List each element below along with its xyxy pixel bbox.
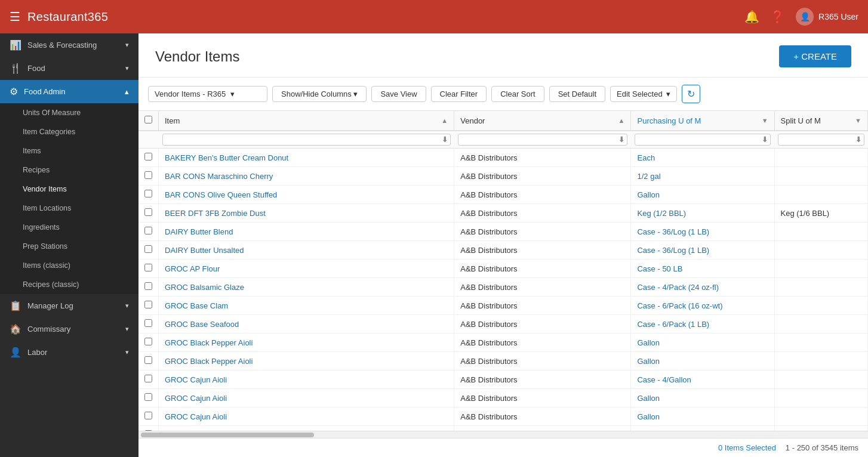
help-icon[interactable]: ❓ xyxy=(770,10,785,24)
puom-link[interactable]: Case - 36/Log (1 LB) xyxy=(637,246,709,255)
select-all-checkbox[interactable] xyxy=(144,116,152,123)
sidebar-item-recipes-classic[interactable]: Recipes (classic) xyxy=(0,275,138,294)
sidebar-item-manager-log[interactable]: 📋 Manager Log ▾ xyxy=(0,294,138,317)
table-row[interactable]: BEER DFT 3FB Zombie Dust A&B Distributor… xyxy=(138,204,868,223)
scroll-thumb[interactable] xyxy=(141,433,314,437)
row-checkbox-cell[interactable] xyxy=(138,167,159,186)
sidebar-item-item-categories[interactable]: Item Categories xyxy=(0,122,138,141)
table-row[interactable]: GROC Black Pepper Aioli A&B Distributors… xyxy=(138,352,868,370)
puom-link[interactable]: Gallon xyxy=(637,394,660,403)
table-row[interactable]: GROC Cajun Aioli A&B Distributors Gallon xyxy=(138,407,868,426)
puom-link[interactable]: Gallon xyxy=(637,431,660,431)
item-link[interactable]: DAIRY Butter Unsalted xyxy=(165,246,244,255)
show-hide-columns-button[interactable]: Show/Hide Columns ▾ xyxy=(272,86,367,102)
item-link[interactable]: GROC Balsamic Glaze xyxy=(165,283,244,292)
table-row[interactable]: GROC Balsamic Glaze A&B Distributors Cas… xyxy=(138,278,868,297)
row-checkbox[interactable] xyxy=(144,282,152,290)
item-filter-input[interactable] xyxy=(165,135,442,144)
table-row[interactable]: GROC AP Flour A&B Distributors Case - 50… xyxy=(138,260,868,278)
puom-link[interactable]: Case - 6/Pack (16 oz-wt) xyxy=(637,301,722,310)
filter-icon[interactable]: ⬇ xyxy=(762,135,768,144)
table-row[interactable]: BAKERY Ben's Butter Cream Donut A&B Dist… xyxy=(138,149,868,167)
row-checkbox-cell[interactable] xyxy=(138,186,159,204)
row-checkbox[interactable] xyxy=(144,393,152,401)
user-menu[interactable]: 👤 R365 User xyxy=(796,8,858,26)
sidebar-item-items-classic[interactable]: Items (classic) xyxy=(0,256,138,275)
sidebar-item-commissary[interactable]: 🏠 Commissary ▾ xyxy=(0,317,138,341)
table-row[interactable]: GROC Base Seafood A&B Distributors Case … xyxy=(138,315,868,334)
row-checkbox-cell[interactable] xyxy=(138,334,159,352)
puom-filter-input[interactable] xyxy=(638,135,762,144)
puom-link[interactable]: Case - 4/Gallon xyxy=(637,375,691,384)
select-all-header[interactable] xyxy=(138,111,159,131)
sidebar-item-prep-stations[interactable]: Prep Stations xyxy=(0,237,138,256)
row-checkbox-cell[interactable] xyxy=(138,260,159,278)
puom-link[interactable]: Case - 4/Pack (24 oz-fl) xyxy=(637,283,719,292)
refresh-button[interactable]: ↻ xyxy=(682,85,700,103)
row-checkbox-cell[interactable] xyxy=(138,223,159,241)
row-checkbox[interactable] xyxy=(144,264,152,271)
puom-link[interactable]: Case - 36/Log (1 LB) xyxy=(637,227,709,236)
menu-toggle[interactable]: ☰ xyxy=(10,10,20,24)
sidebar-item-vendor-items[interactable]: Vendor Items xyxy=(0,180,138,199)
item-column-header[interactable]: Item ▲ xyxy=(159,111,454,131)
item-link[interactable]: GROC Cajun Aioli xyxy=(165,394,227,403)
notifications-icon[interactable]: 🔔 xyxy=(744,10,759,24)
puom-link[interactable]: Keg (1/2 BBL) xyxy=(637,209,686,218)
sidebar-item-ingredients[interactable]: Ingredients xyxy=(0,218,138,237)
row-checkbox-cell[interactable] xyxy=(138,315,159,334)
puom-link[interactable]: Each xyxy=(637,153,655,162)
item-link[interactable]: GROC Black Pepper Aioli xyxy=(165,338,253,347)
row-checkbox[interactable] xyxy=(144,338,152,345)
row-checkbox[interactable] xyxy=(144,171,152,179)
row-checkbox[interactable] xyxy=(144,208,152,216)
row-checkbox[interactable] xyxy=(144,430,152,431)
puom-link[interactable]: Gallon xyxy=(637,412,660,421)
row-checkbox[interactable] xyxy=(144,375,152,382)
filter-icon[interactable]: ⬇ xyxy=(855,135,861,144)
sidebar-item-item-locations[interactable]: Item Locations xyxy=(0,199,138,218)
item-link[interactable]: BAR CONS Maraschino Cherry xyxy=(165,172,273,181)
view-selector[interactable]: Vendor Items - R365 ▾ xyxy=(148,86,267,102)
item-link[interactable]: BAR CONS Olive Queen Stuffed xyxy=(165,190,277,199)
item-link[interactable]: GROC Black Pepper Aioli xyxy=(165,357,253,366)
row-checkbox[interactable] xyxy=(144,245,152,253)
table-row[interactable]: BAR CONS Olive Queen Stuffed A&B Distrib… xyxy=(138,186,868,204)
row-checkbox-cell[interactable] xyxy=(138,352,159,370)
vendor-filter-input[interactable] xyxy=(461,135,618,144)
puom-link[interactable]: Case - 6/Pack (1 LB) xyxy=(637,320,709,329)
set-default-button[interactable]: Set Default xyxy=(549,86,605,102)
item-link[interactable]: BAKERY Ben's Butter Cream Donut xyxy=(165,153,288,162)
vendor-column-header[interactable]: Vendor ▲ xyxy=(454,111,631,131)
row-checkbox[interactable] xyxy=(144,356,152,364)
clear-sort-button[interactable]: Clear Sort xyxy=(491,86,544,102)
table-row[interactable]: DAIRY Butter Blend A&B Distributors Case… xyxy=(138,223,868,241)
table-row[interactable]: GROC Base Clam A&B Distributors Case - 6… xyxy=(138,297,868,315)
item-link[interactable]: GROC Cajun Aioli xyxy=(165,412,227,421)
table-row[interactable]: DAIRY Butter Unsalted A&B Distributors C… xyxy=(138,241,868,260)
sidebar-item-items[interactable]: Items xyxy=(0,141,138,160)
item-link[interactable]: DAIRY Butter Blend xyxy=(165,227,233,236)
row-checkbox[interactable] xyxy=(144,153,152,160)
table-row[interactable]: BAR CONS Maraschino Cherry A&B Distribut… xyxy=(138,167,868,186)
table-row[interactable]: GROC Cajun Aioli A&B Distributors Case -… xyxy=(138,370,868,389)
item-link[interactable]: GROC Cajun Aioli xyxy=(165,375,227,384)
table-row[interactable]: GROC Chipotle Aioli A&B Distributors Gal… xyxy=(138,426,868,431)
row-checkbox-cell[interactable] xyxy=(138,370,159,389)
sidebar-item-food[interactable]: 🍴 Food ▾ xyxy=(0,57,138,80)
puom-link[interactable]: Gallon xyxy=(637,190,660,199)
item-link[interactable]: BEER DFT 3FB Zombie Dust xyxy=(165,209,266,218)
horizontal-scrollbar[interactable] xyxy=(138,431,868,438)
data-grid[interactable]: Item ▲ Vendor ▲ Purchasi xyxy=(138,111,868,431)
row-checkbox[interactable] xyxy=(144,412,152,419)
row-checkbox-cell[interactable] xyxy=(138,389,159,407)
sidebar-item-recipes[interactable]: Recipes xyxy=(0,160,138,180)
puom-column-header[interactable]: Purchasing U of M ▼ xyxy=(631,111,774,131)
row-checkbox-cell[interactable] xyxy=(138,278,159,297)
puom-link[interactable]: Case - 50 LB xyxy=(637,264,682,273)
puom-link[interactable]: Gallon xyxy=(637,357,660,366)
table-row[interactable]: GROC Black Pepper Aioli A&B Distributors… xyxy=(138,334,868,352)
sidebar-item-units[interactable]: Units Of Measure xyxy=(0,103,138,122)
suom-filter-input[interactable] xyxy=(781,135,855,144)
edit-selected-button[interactable]: Edit Selected ▾ xyxy=(610,86,677,102)
